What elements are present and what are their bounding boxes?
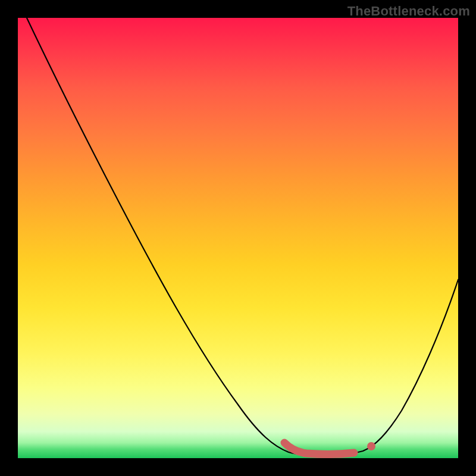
- bottleneck-curve: [27, 18, 458, 455]
- plot-area: [18, 18, 458, 458]
- optimal-range-segment: [284, 443, 354, 454]
- chart-frame: TheBottleneck.com: [0, 0, 476, 476]
- optimal-point-dot: [367, 442, 375, 450]
- watermark-text: TheBottleneck.com: [347, 4, 470, 19]
- curve-layer: [18, 18, 458, 458]
